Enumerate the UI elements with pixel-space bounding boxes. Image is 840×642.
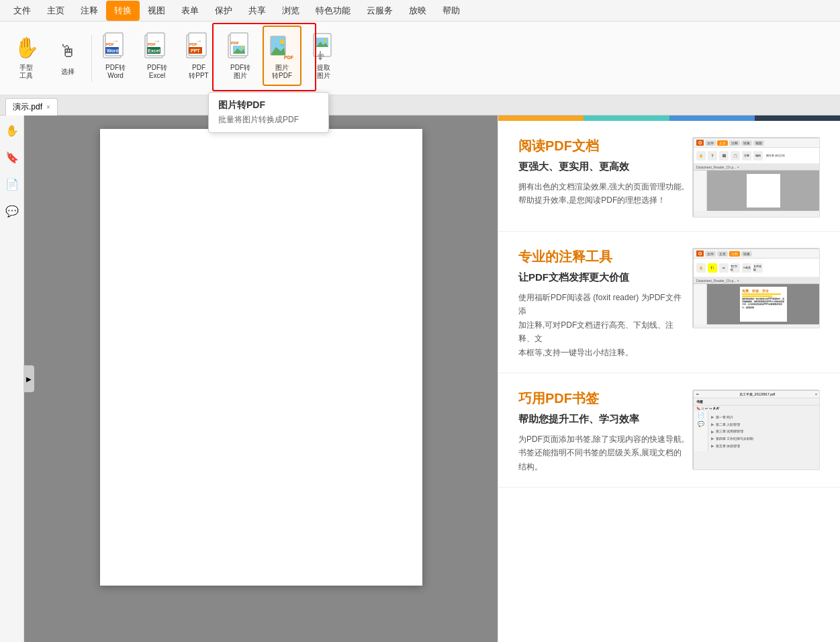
mini-tool-5: 注释: [742, 151, 751, 160]
select-tool-button[interactable]: 🖱 选择: [48, 26, 87, 86]
tooltip-description: 批量将图片转换成PDF: [218, 114, 319, 126]
menu-bar: 文件 主页 注释 转换 视图 表单 保护 共享 浏览 特色功能 云服务 放映 帮…: [0, 0, 840, 21]
tab-close-button[interactable]: ×: [46, 103, 50, 111]
color-bar-blue: [669, 116, 755, 121]
menu-cloud[interactable]: 云服务: [359, 1, 401, 21]
mini-bm-aa: A A': [713, 406, 719, 410]
mini-tool-6: 编辑: [753, 151, 763, 160]
svg-text:PPT: PPT: [191, 48, 200, 53]
menu-form[interactable]: 表单: [173, 1, 207, 21]
pdf-to-word-button[interactable]: Word PDF → PDF转Word: [96, 26, 135, 86]
extract-image-icon: 提取: [310, 32, 337, 62]
mini-annot-highlight: T↑: [708, 263, 717, 273]
pdf-to-excel-icon: Excel PDF →: [144, 32, 171, 62]
svg-text:PDF: PDF: [284, 55, 294, 60]
image-to-pdf-button[interactable]: PDF → 图片转PDF: [263, 26, 301, 86]
mini-annot-page: 免费、快速、安全 福昕阅读器是一款功能强大的PDF阅读软件，具有稳稳操纵，福昕阅…: [740, 287, 787, 322]
hand-tool-icon-area: ✋: [13, 32, 40, 62]
svg-text:Excel: Excel: [148, 48, 160, 53]
mini-bm-ch3: 第三章 试用期管理: [716, 428, 743, 434]
menu-file[interactable]: 文件: [5, 1, 39, 21]
menu-protect[interactable]: 保护: [207, 1, 240, 21]
pdf-to-excel-label: PDF转Excel: [147, 64, 167, 80]
sidebar-comment-icon[interactable]: 💬: [3, 201, 21, 220]
mini-menu-home: 主页: [717, 140, 728, 146]
mini-bm-item1: ▶ 第一章 简介: [711, 414, 817, 421]
mini-highlight-2: [742, 295, 772, 297]
mini-bm-sb1: 📄: [698, 412, 704, 418]
mini-app-bookmark: ✏ 员工手册_20120917.pdf × 书签 🔖 □ ↩ ↪ A A': [693, 390, 820, 470]
mini-menu-convert: 转换: [741, 140, 752, 146]
section-bookmark-image: ✏ 员工手册_20120917.pdf × 书签 🔖 □ ↩ ↪ A A': [692, 389, 820, 470]
section-read-image: G 文件 主页 注释 转换 视图 ✋ T 🖼 📋 注释 编辑 ☰: [692, 137, 820, 218]
select-tool-icon-area: 🖱: [54, 36, 81, 66]
mini-bm-arrow5: ▶: [711, 443, 714, 450]
pdf-to-image-button[interactable]: PDF PDF转图片: [221, 26, 260, 86]
menu-features[interactable]: 特色功能: [308, 1, 359, 21]
menu-home[interactable]: 主页: [39, 1, 73, 21]
mini-bm-ch2: 第二章 入职管理: [716, 422, 740, 428]
mini-bm-arrow4: ▶: [711, 435, 714, 443]
mini-content: [694, 171, 820, 211]
image-to-pdf-label: 图片转PDF: [272, 64, 292, 80]
mini-bm-list: ▶ 第一章 简介 ▶ 第二章 入职管理 ▶ 第三章 试用期管理: [708, 411, 820, 451]
mini-bm-sb2: 💬: [698, 421, 704, 427]
right-content-panel: G 文件 主页 注释 转换 视图 ✋ T 🖼 📋 注释 编辑 ☰: [498, 116, 840, 642]
main-area: ✋ 🔖 📄 💬 ▶ G 文件: [0, 116, 840, 642]
svg-text:→: →: [279, 41, 285, 48]
pdf-to-excel-button[interactable]: Excel PDF → PDF转Excel: [138, 26, 177, 86]
mini-tool-labels: ☰堆叠 ⊠缩放图: [765, 154, 786, 157]
sidebar-hand-icon[interactable]: ✋: [3, 121, 21, 140]
mini-bm-item3: ▶ 第三章 试用期管理: [711, 428, 817, 436]
mini-bm-sidebar: 📄 💬: [694, 411, 708, 451]
tooltip-title: 图片转PDF: [218, 99, 319, 111]
toolbar: ✋ 手型工具 🖱 选择 Word PDF → PDF转Word: [0, 21, 840, 95]
mini-bm-label: 书签: [694, 398, 820, 406]
hand-tool-button[interactable]: ✋ 手型工具: [7, 26, 46, 86]
svg-point-32: [324, 39, 326, 42]
mini-annot-t3: ✏: [719, 263, 729, 273]
mini-annot-tools: ✋ T↑ ✏ T打字机 ✏高亮 文件转换: [694, 259, 820, 277]
svg-point-22: [241, 46, 244, 49]
mini-bm-icon4: ↪: [709, 406, 712, 410]
mini-bm-ch4: 第四章 工作纪律与从职制: [716, 436, 753, 442]
sidebar-page-icon[interactable]: 📄: [3, 175, 21, 193]
pdf-view-area: [24, 116, 498, 642]
svg-text:提取: 提取: [318, 53, 324, 57]
menu-annotation[interactable]: 注释: [73, 1, 106, 21]
mini-bm-icon3: ↩: [705, 406, 708, 410]
mini-annot-body: 福昕阅读器是一款功能强大的PDF阅读软件，具有稳稳操纵，福昕阅读器应用Offic…: [742, 297, 785, 309]
svg-text:→: →: [154, 37, 160, 44]
mini-tab-file: Datasheet_Reader_Ch.p... ×: [694, 164, 820, 171]
color-bar-orange: [498, 116, 584, 121]
mini-bm-arrow1: ▶: [711, 414, 714, 421]
menu-browse[interactable]: 浏览: [274, 1, 308, 21]
extract-image-button[interactable]: 提取 提取图片: [304, 26, 343, 86]
menu-view[interactable]: 视图: [140, 1, 173, 21]
mini-bm-main: 📄 💬 ▶ 第一章 简介 ▶ 第二章 入职管理: [694, 411, 820, 451]
mini-annot-convert: 转换: [741, 251, 752, 257]
pdf-to-ppt-button[interactable]: PPT PDF → PDF转PPT: [179, 26, 218, 86]
menu-convert[interactable]: 转换: [106, 1, 140, 21]
select-tool-label: 选择: [61, 68, 75, 76]
mini-annot-sidebar: [694, 284, 707, 324]
mini-annot-logo: G: [696, 250, 704, 257]
menu-slideshow[interactable]: 放映: [401, 1, 434, 21]
mini-bm-filename: 员工手册_20120917.pdf: [700, 392, 814, 396]
mini-bm-item2: ▶ 第二章 入职管理: [711, 421, 817, 428]
sidebar-bookmark-icon[interactable]: 🔖: [3, 148, 21, 167]
toolbar-separator-1: [91, 35, 92, 82]
mini-app-bar: G 文件 主页 注释 转换 视图: [694, 138, 820, 148]
mini-annot-t6: 文件转换: [753, 263, 763, 273]
menu-share[interactable]: 共享: [240, 1, 274, 21]
mini-bm-tools: 🔖 □ ↩ ↪ A A': [694, 406, 820, 411]
mini-menu-view: 视图: [753, 140, 764, 146]
pdf-tab[interactable]: 演示.pdf ×: [5, 98, 58, 116]
mini-tool-3: 🖼: [719, 151, 729, 160]
mini-annot-content: 免费、快速、安全 福昕阅读器是一款功能强大的PDF阅读软件，具有稳稳操纵，福昕阅…: [694, 284, 820, 324]
mini-annot-t4: T打字机: [731, 263, 740, 273]
menu-help[interactable]: 帮助: [434, 1, 468, 21]
mini-highlight-1: [742, 293, 781, 295]
collapse-button[interactable]: ▶: [24, 365, 34, 392]
section-read-pdf: G 文件 主页 注释 转换 视图 ✋ T 🖼 📋 注释 编辑 ☰: [498, 121, 840, 232]
